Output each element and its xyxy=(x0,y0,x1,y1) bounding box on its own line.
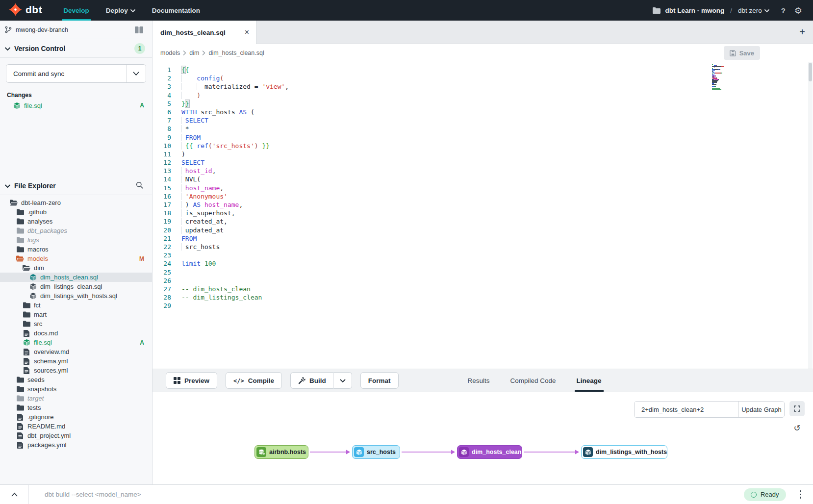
file-search-button[interactable] xyxy=(134,179,145,192)
update-graph-button[interactable]: Update Graph xyxy=(738,402,784,417)
code-line: * xyxy=(181,125,289,133)
docs-panel-button[interactable] xyxy=(133,25,145,35)
file-tree-item-dbt-project-yml[interactable]: dbt_project.yml xyxy=(0,431,152,440)
tab-lineage[interactable]: Lineage xyxy=(575,369,604,392)
lineage-node-label: airbnb.hosts xyxy=(269,449,306,455)
file-icon xyxy=(23,357,30,365)
dbt-logo[interactable]: dbt xyxy=(0,3,55,18)
code-line: materialized = 'view', xyxy=(181,82,289,91)
compile-button[interactable]: Compile xyxy=(226,372,282,389)
branch-row[interactable]: mwong-dev-branch xyxy=(0,21,152,39)
file-tree-item-dim[interactable]: dim xyxy=(0,263,152,273)
file-tree-item--gitignore[interactable]: .gitignore xyxy=(0,412,152,422)
code-editor[interactable]: 1234567891011121314151617181920212223242… xyxy=(152,62,813,369)
help-button[interactable] xyxy=(779,4,788,17)
lineage-panel: Update Graph airbnb.hostssrc_hostsdim_ho… xyxy=(152,392,813,484)
nav-deploy[interactable]: Deploy xyxy=(98,0,144,21)
command-input[interactable] xyxy=(45,491,339,498)
file-tree-item-snapshots[interactable]: snapshots xyxy=(0,384,152,394)
line-number: 17 xyxy=(152,201,171,209)
code-line: is_superhost, xyxy=(181,209,289,217)
commit-and-sync-button[interactable]: Commit and sync xyxy=(6,65,126,82)
file-tree-item-fct[interactable]: fct xyxy=(0,301,152,310)
environment-selector[interactable]: dbt zero xyxy=(738,7,769,14)
file-tree-item-file-sql[interactable]: file.sqlA xyxy=(0,338,152,347)
nav-documentation[interactable]: Documentation xyxy=(144,0,208,21)
code-line: FROM xyxy=(181,133,289,142)
breadcrumb-dim[interactable]: dim xyxy=(189,50,199,56)
file-tree-item--github[interactable]: .github xyxy=(0,207,152,217)
file-tree-item-analyses[interactable]: analyses xyxy=(0,217,152,226)
line-number: 22 xyxy=(152,243,171,251)
file-tree-item-readme-md[interactable]: README.md xyxy=(0,422,152,431)
tab-results[interactable]: Results xyxy=(466,369,492,392)
file-tree-item-mart[interactable]: mart xyxy=(0,310,152,319)
file-tree-label: macros xyxy=(27,246,49,253)
lineage-node-dim-listings-with-hosts[interactable]: dim_listings_with_hosts xyxy=(581,445,667,459)
file-tree-item-src[interactable]: src xyxy=(0,319,152,328)
code-line: FROM xyxy=(181,234,289,243)
line-number: 29 xyxy=(152,302,171,310)
close-tab-button[interactable]: × xyxy=(245,28,249,36)
file-tree-item-schema-yml[interactable]: schema.yml xyxy=(0,356,152,366)
code-line xyxy=(181,251,289,259)
lineage-selector-input[interactable] xyxy=(635,402,738,417)
line-number: 6 xyxy=(152,108,171,116)
lineage-node-dim-hosts-clean[interactable]: dim_hosts_clean xyxy=(457,445,522,459)
nav-develop[interactable]: Develop xyxy=(55,0,98,21)
editor-tab-active[interactable]: dim_hosts_clean.sql × xyxy=(152,21,256,44)
file-explorer-header[interactable]: File Explorer xyxy=(0,176,152,195)
file-tree-item-dim-listings-clean-sql[interactable]: dim_listings_clean.sql xyxy=(0,282,152,291)
new-tab-button[interactable]: + xyxy=(791,26,813,38)
file-tree-item-dbt-packages[interactable]: dbt_packages xyxy=(0,226,152,235)
git-status-badge: M xyxy=(139,255,144,262)
command-menu-button[interactable] xyxy=(795,487,807,502)
ready-status-icon xyxy=(751,492,757,498)
tab-compiled-code[interactable]: Compiled Code xyxy=(508,369,558,392)
folder-open-icon xyxy=(10,199,18,207)
file-tree-item-tests[interactable]: tests xyxy=(0,403,152,412)
file-tree-label: docs.md xyxy=(34,329,58,337)
lineage-node-src-hosts[interactable]: src_hosts xyxy=(352,445,400,459)
breadcrumb-models[interactable]: models xyxy=(160,50,180,56)
save-button[interactable]: Save xyxy=(724,46,760,60)
build-options-button[interactable] xyxy=(333,372,352,389)
file-tree-item-docs-md[interactable]: docs.md xyxy=(0,328,152,338)
code-icon xyxy=(233,377,244,384)
file-tree-label: packages.yml xyxy=(27,441,66,449)
file-tree-item-dbt-learn-zero[interactable]: dbt-learn-zero xyxy=(0,198,152,207)
editor-scrollbar[interactable] xyxy=(808,62,813,369)
reset-graph-button[interactable] xyxy=(789,421,805,436)
scrollbar-thumb[interactable] xyxy=(809,63,812,81)
file-tree-label: schema.yml xyxy=(34,357,68,365)
collapse-command-bar-button[interactable] xyxy=(0,485,28,504)
fullscreen-button[interactable] xyxy=(789,401,805,416)
version-control-header[interactable]: Version Control 1 xyxy=(0,39,152,58)
file-tree-item-logs[interactable]: logs xyxy=(0,235,152,245)
file-tree-item-dim-hosts-clean-sql[interactable]: dim_hosts_clean.sql xyxy=(0,273,152,282)
file-tree-label: tests xyxy=(27,404,41,411)
status-badge: Ready xyxy=(744,488,786,501)
breadcrumb-file[interactable]: dim_hosts_clean.sql xyxy=(208,50,264,56)
file-icon xyxy=(23,367,30,375)
file-tree-item-dim-listings-with-hosts-sql[interactable]: dim_listings_with_hosts.sql xyxy=(0,291,152,301)
format-button[interactable]: Format xyxy=(360,372,399,389)
preview-button[interactable]: Preview xyxy=(166,372,217,389)
file-tree-item-packages-yml[interactable]: packages.yml xyxy=(0,440,152,450)
code-content[interactable]: {{ config( materialized = 'view', )}}WIT… xyxy=(181,66,289,310)
file-tree-item-macros[interactable]: macros xyxy=(0,245,152,254)
file-tree-item-seeds[interactable]: seeds xyxy=(0,375,152,384)
code-line: {{ ref('src_hosts') }} xyxy=(181,142,289,150)
file-tree-label: seeds xyxy=(27,376,45,383)
changed-file-row[interactable]: file.sql A xyxy=(0,101,152,110)
lineage-node-airbnb-hosts[interactable]: airbnb.hosts xyxy=(254,445,308,459)
account-project[interactable]: dbt Learn - mwong xyxy=(665,7,725,14)
file-tree-item-models[interactable]: modelsM xyxy=(0,254,152,263)
file-tree-item-overview-md[interactable]: overview.md xyxy=(0,347,152,356)
file-tree-item-sources-yml[interactable]: sources.yml xyxy=(0,366,152,375)
file-tree-item-target[interactable]: target xyxy=(0,394,152,403)
folder-open-icon xyxy=(16,255,24,263)
build-button[interactable]: Build xyxy=(290,372,333,389)
commit-options-button[interactable] xyxy=(126,65,146,82)
settings-button[interactable] xyxy=(792,3,804,18)
